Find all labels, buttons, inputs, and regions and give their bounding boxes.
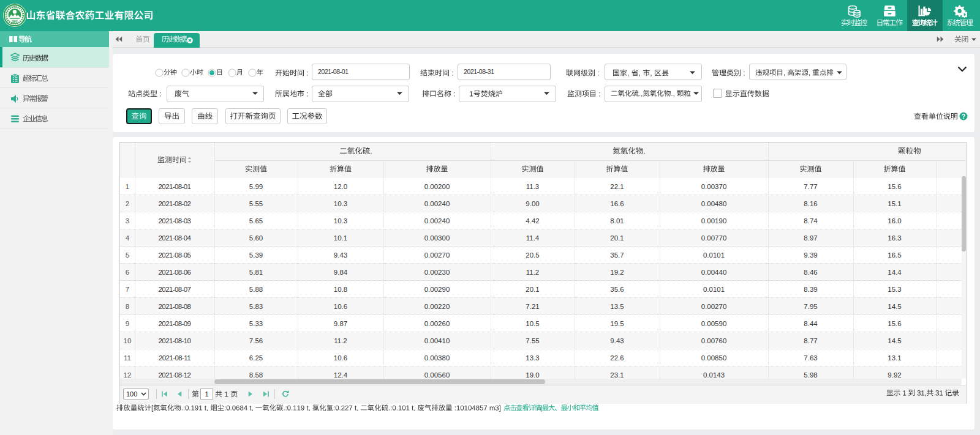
svg-text:MEE: MEE [12, 21, 18, 24]
svg-text:?: ? [962, 113, 965, 120]
